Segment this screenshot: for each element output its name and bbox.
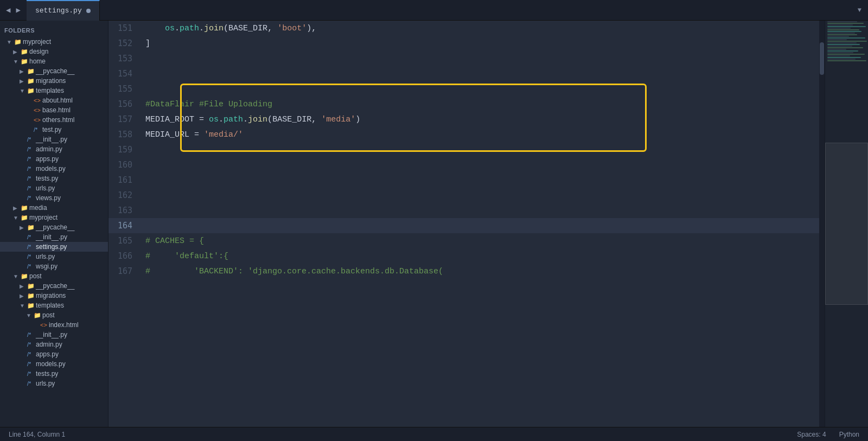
sidebar-item-pycache2[interactable]: ▶ 📁 __pycache__: [0, 222, 108, 232]
line-numbers: 151 152 153 154 155 156 157 158 159 160 …: [108, 21, 141, 427]
sidebar-item-myproject[interactable]: ▼ 📁 myproject: [0, 37, 108, 47]
code-line-163: [141, 203, 819, 218]
sidebar-item-migrations1[interactable]: ▶ 📁 migrations: [0, 76, 108, 86]
sidebar-item-post-sub[interactable]: ▼ 📁 post: [0, 310, 108, 320]
line-num-151: 151: [108, 21, 141, 36]
line-num-165: 165: [108, 233, 141, 248]
code-line-161: [141, 172, 819, 188]
sidebar-item-models-py1[interactable]: ▶ /* models.py: [0, 164, 108, 174]
code-line-157: MEDIA_ROOT = os.path.join(BASE_DIR, 'med…: [141, 112, 819, 127]
line-num-159: 159: [108, 142, 141, 157]
sidebar-item-init-py3[interactable]: ▶ /* __init__.py: [0, 330, 108, 340]
sidebar-item-media[interactable]: ▶ 📁 media: [0, 203, 108, 213]
nav-back-button[interactable]: ◀: [4, 4, 12, 16]
status-right: Spaces: 4 Python: [797, 431, 859, 438]
line-num-167: 167: [108, 264, 141, 279]
code-line-158: MEDIA_URL = 'media/': [141, 127, 819, 142]
status-spaces: Spaces: 4: [797, 431, 826, 438]
sidebar-item-urls-py3[interactable]: ▶ /* urls.py: [0, 379, 108, 388]
line-num-157: 157: [108, 112, 141, 127]
line-num-162: 162: [108, 188, 141, 203]
nav-arrows: ◀ ▶: [0, 4, 27, 16]
minimap[interactable]: [825, 21, 868, 427]
code-line-166: # 'default':{: [141, 248, 819, 264]
line-num-160: 160: [108, 157, 141, 172]
sidebar-item-others-html[interactable]: ▶ <> others.html: [0, 115, 108, 125]
line-num-166: 166: [108, 248, 141, 264]
scrollbar-thumb[interactable]: [820, 42, 824, 75]
sidebar-item-test-py1[interactable]: ▶ /* test.py: [0, 125, 108, 135]
code-line-151: os.path.join(BASE_DIR, 'boot'),: [141, 21, 819, 36]
sidebar-item-base-html[interactable]: ▶ <> base.html: [0, 105, 108, 115]
tab-bar: ◀ ▶ settings.py ▼: [0, 0, 868, 21]
line-num-154: 154: [108, 66, 141, 81]
tab-dropdown-button[interactable]: ▼: [858, 7, 868, 14]
line-num-158: 158: [108, 127, 141, 142]
tab-filename: settings.py: [35, 7, 82, 15]
sidebar-item-admin-py1[interactable]: ▶ /* admin.py: [0, 144, 108, 154]
sidebar-item-apps-py2[interactable]: ▶ /* apps.py: [0, 349, 108, 359]
sidebar-item-pycache3[interactable]: ▶ 📁 __pycache__: [0, 281, 108, 291]
code-line-160: [141, 157, 819, 172]
line-num-164: 164: [108, 218, 141, 233]
sidebar-item-urls-py2[interactable]: ▶ /* urls.py: [0, 252, 108, 261]
code-line-152: ]: [141, 36, 819, 51]
sidebar-item-tests-py1[interactable]: ▶ /* tests.py: [0, 174, 108, 183]
code-line-167: # 'BACKEND': 'django.core.cache.backends…: [141, 264, 819, 279]
line-num-153: 153: [108, 51, 141, 66]
sidebar-item-views-py1[interactable]: ▶ /* views.py: [0, 193, 108, 203]
tab-modified-dot: [86, 9, 91, 13]
code-line-165: # CACHES = {: [141, 233, 819, 248]
tab-settings-py[interactable]: settings.py: [27, 0, 100, 21]
code-editor[interactable]: 151 152 153 154 155 156 157 158 159 160 …: [108, 21, 868, 427]
code-line-153: [141, 51, 819, 66]
sidebar-item-wsgi-py[interactable]: ▶ /* wsgi.py: [0, 261, 108, 271]
sidebar-item-design[interactable]: ▶ 📁 design: [0, 47, 108, 56]
code-content[interactable]: os.path.join(BASE_DIR, 'boot'), ] #DataF…: [141, 21, 819, 427]
line-num-161: 161: [108, 172, 141, 188]
line-num-152: 152: [108, 36, 141, 51]
sidebar-item-models-py2[interactable]: ▶ /* models.py: [0, 359, 108, 369]
nav-forward-button[interactable]: ▶: [14, 4, 22, 16]
code-line-155: [141, 81, 819, 97]
code-line-156: #DataFlair #File Uploading: [141, 97, 819, 112]
line-num-163: 163: [108, 203, 141, 218]
sidebar-item-templates1[interactable]: ▼ 📁 templates: [0, 86, 108, 95]
sidebar: FOLDERS ▼ 📁 myproject ▶ 📁 design ▼ 📁 hom…: [0, 21, 108, 427]
sidebar-item-home[interactable]: ▼ 📁 home: [0, 56, 108, 66]
status-language: Python: [839, 431, 859, 438]
main-area: FOLDERS ▼ 📁 myproject ▶ 📁 design ▼ 📁 hom…: [0, 21, 868, 427]
line-num-156: 156: [108, 97, 141, 112]
sidebar-item-post[interactable]: ▼ 📁 post: [0, 271, 108, 281]
code-line-164: [141, 218, 819, 233]
line-num-155: 155: [108, 81, 141, 97]
sidebar-item-init-py2[interactable]: ▶ /* __init__.py: [0, 232, 108, 242]
sidebar-item-urls-py1[interactable]: ▶ /* urls.py: [0, 183, 108, 193]
vertical-scrollbar[interactable]: [819, 21, 825, 427]
sidebar-item-about-html[interactable]: ▶ <> about.html: [0, 95, 108, 105]
sidebar-item-settings-py[interactable]: ▶ /* settings.py: [0, 242, 108, 252]
sidebar-item-admin-py2[interactable]: ▶ /* admin.py: [0, 340, 108, 349]
sidebar-item-init-py1[interactable]: ▶ /* __init__.py: [0, 135, 108, 144]
sidebar-item-tests-py2[interactable]: ▶ /* tests.py: [0, 369, 108, 379]
sidebar-item-migrations2[interactable]: ▶ 📁 migrations: [0, 291, 108, 301]
sidebar-item-myproject2[interactable]: ▼ 📁 myproject: [0, 213, 108, 222]
code-line-159: [141, 142, 819, 157]
folders-section-title: FOLDERS: [0, 25, 108, 37]
code-line-162: [141, 188, 819, 203]
status-cursor-position: Line 164, Column 1: [9, 431, 65, 438]
status-bar: Line 164, Column 1 Spaces: 4 Python: [0, 427, 868, 441]
sidebar-item-index-html[interactable]: ▶ <> index.html: [0, 320, 108, 330]
minimap-viewport[interactable]: [825, 143, 868, 305]
sidebar-item-pycache1[interactable]: ▶ 📁 __pycache__: [0, 66, 108, 76]
sidebar-item-templates2[interactable]: ▼ 📁 templates: [0, 301, 108, 310]
sidebar-item-apps-py1[interactable]: ▶ /* apps.py: [0, 154, 108, 164]
code-line-154: [141, 66, 819, 81]
